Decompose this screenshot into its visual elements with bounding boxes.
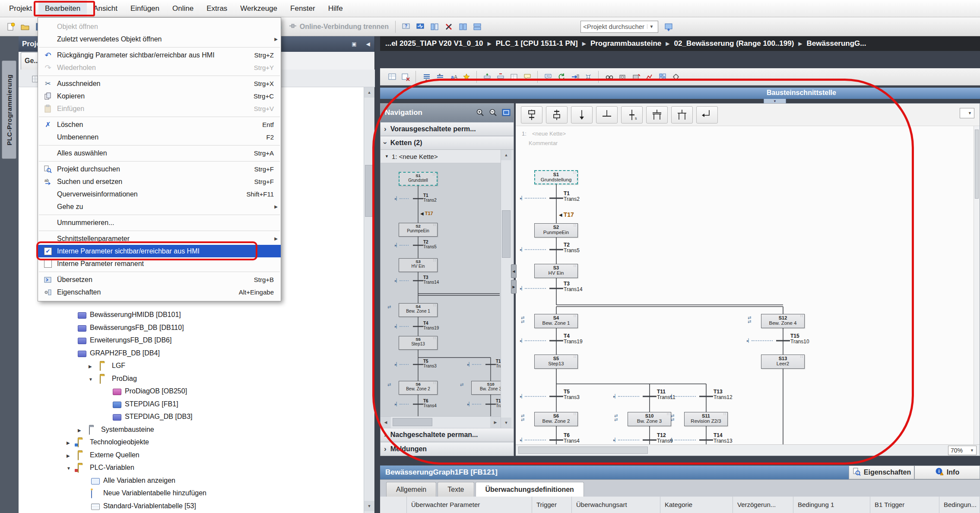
menu-item-wiederholen[interactable]: ↷WiederholenStrg+Y — [38, 61, 281, 74]
online-diagnostics-icon[interactable] — [414, 20, 427, 33]
search-dropdown-icon[interactable]: ▼ — [647, 24, 656, 29]
nav-transition-T2[interactable]: T2Trans5 — [423, 240, 437, 249]
menu-hilfe[interactable]: Hilfe — [322, 0, 349, 17]
collapse-panel-icon[interactable]: ◀ — [362, 39, 374, 49]
graph-transition-T2[interactable]: T2Trans5 — [564, 242, 580, 253]
section-chains[interactable]: › Ketten (2) — [381, 136, 514, 150]
monitor-on-off-icon[interactable] — [603, 71, 615, 82]
column-header-bedingung-1[interactable]: Bedingung 1 — [793, 497, 870, 513]
nav-transition-T4[interactable]: T4Trans19 — [423, 321, 439, 330]
menu-item-suchen-und-ersetzen[interactable]: abSuchen und ersetzenStrg+F — [38, 175, 281, 188]
graph-transition-T14[interactable]: T14Trans13 — [714, 433, 733, 444]
chart-vscroll-thumb[interactable] — [975, 130, 979, 199]
menu-item-interne-parameter-sichtbar-erreichbar-aus-hmi[interactable]: ✔Interne Parameter sichtbar/erreichbar a… — [38, 245, 281, 257]
delete-row-icon[interactable] — [495, 71, 506, 82]
go-to-network-icon[interactable] — [569, 71, 580, 82]
tree-scroll-thumb[interactable] — [365, 165, 374, 217]
nav-jump-T17[interactable]: ◀T17 — [420, 211, 433, 216]
graph-transition-T4[interactable]: T4Trans19 — [564, 333, 583, 345]
nav-transition-T11[interactable]: T11Tran — [496, 359, 501, 368]
graph-step-S2[interactable]: S2PunmpeEin∷ — [534, 223, 578, 238]
graph-overview-icon[interactable] — [657, 71, 668, 82]
column-header-bedingung-2[interactable]: Bedingun... — [939, 497, 980, 513]
device-view-icon[interactable] — [428, 20, 441, 33]
collapsed-arrow-icon[interactable]: ▶ — [78, 428, 81, 433]
breadcrumb-plc-1-cpu-1511-1-pn[interactable]: PLC_1 [CPU 1511-1 PN] — [496, 39, 578, 48]
menu-ansicht[interactable]: Ansicht — [87, 0, 124, 17]
checkbox-unchecked[interactable] — [44, 260, 52, 268]
menu-item-objekt-öffnen[interactable]: Objekt öffnen — [38, 20, 281, 33]
scroll-up-icon[interactable]: ▲ — [501, 150, 511, 160]
menu-item-zuletzt-verwendetes-objekt-öffnen[interactable]: Zuletzt verwendetes Objekt öffnen▶ — [38, 33, 281, 45]
navigation-horizontal-scrollbar[interactable]: ◀ ▶ — [381, 416, 501, 428]
menu-item-umnummerieren[interactable]: Umnummerieren... — [38, 216, 281, 229]
nav-transition-T12[interactable]: T12Tran — [496, 399, 501, 408]
graph-step-S12[interactable]: S12Bew. Zone 4∷ — [761, 314, 805, 328]
tree-item-prodiag[interactable]: ▼ProDiag — [19, 373, 364, 386]
nav-step-S6[interactable]: S6Bew. Zone 2∷ — [399, 381, 438, 395]
show-symbol-table-icon[interactable] — [508, 71, 520, 82]
breadcrumb-el-2025-tiap-v20-v1-0-10[interactable]: ...el 2025_TIAP V20 V1_0_10 — [385, 39, 483, 48]
tree-item-neue-variablentabelle-hinzufügen[interactable]: Neue Variablentabelle hinzufügen — [19, 488, 364, 500]
nav-transition-T5[interactable]: T5Trans3 — [423, 359, 437, 368]
menu-bearbeiten[interactable]: Bearbeiten — [38, 0, 87, 17]
menu-einfügen[interactable]: Einfügen — [124, 0, 166, 17]
nav-transition-T1[interactable]: T1Trans2 — [423, 193, 437, 203]
tree-item-stepdiag-db-db3[interactable]: STEPDIAG_DB [DB3] — [19, 411, 364, 424]
new-project-icon[interactable] — [4, 20, 17, 33]
tree-item-bewässerungsfb-db-db110[interactable]: BewässerungsFB_DB [DB110] — [19, 322, 364, 335]
tree-item-plc-variablen[interactable]: ▼PLC-Variablen — [19, 462, 364, 475]
chart-vertical-scrollbar[interactable] — [974, 126, 980, 445]
graph-step-S3[interactable]: S3HV Ein∷ — [534, 264, 578, 278]
menu-item-löschen[interactable]: ✗LöschenEntf — [38, 118, 281, 131]
menu-item-kopieren[interactable]: KopierenStrg+C — [38, 90, 281, 102]
collapsed-arrow-icon[interactable]: ▶ — [67, 440, 70, 445]
expanded-arrow-icon[interactable]: ▼ — [89, 377, 93, 382]
free-form-comments-icon[interactable] — [542, 71, 554, 82]
graph-transition-T5[interactable]: T5Trans3 — [564, 389, 580, 400]
tree-item-alle-variablen-anzeigen[interactable]: Alle Variablen anzeigen — [19, 475, 364, 488]
menu-item-ausschneiden[interactable]: ✂AusschneidenStrg+X — [38, 77, 281, 90]
menu-werkzeuge[interactable]: Werkzeuge — [234, 0, 284, 17]
accessible-devices-icon[interactable]: ? — [400, 20, 412, 33]
column-header-ueberwachungsart[interactable]: Überwachungsart — [572, 497, 660, 513]
nav-step-S5[interactable]: S5Step13∷ — [399, 336, 438, 350]
menu-item-einfügen[interactable]: EinfügenStrg+V — [38, 102, 281, 115]
tab-allgemein[interactable]: Allgemein — [386, 482, 436, 497]
nav-step-S1[interactable]: S1Grundstell∷ — [399, 172, 438, 186]
menu-item-übersetzen[interactable]: ÜbersetzenStrg+B — [38, 273, 281, 286]
online-disconnect-button[interactable]: Online-Verbindung trennen — [285, 20, 391, 34]
menu-item-umbenennen[interactable]: UmbenennenF2 — [38, 131, 281, 143]
column-header-b1-trigger[interactable]: B1 Trigger — [870, 497, 939, 513]
insert-row-icon[interactable] — [481, 71, 493, 82]
column-header-verzoegerung[interactable]: Verzögerun... — [733, 497, 793, 513]
block-interface-bar[interactable]: Bausteinschnittstelle — [380, 88, 980, 99]
column-header-ueberwachter-parameter[interactable]: Überwachter Parameter — [407, 497, 532, 513]
limits-check-icon[interactable] — [643, 71, 655, 82]
add-graph-element-icon[interactable] — [400, 71, 411, 82]
splitter-expand-icon[interactable]: ▶ — [511, 280, 517, 294]
tree-item-stepdiag-fb1[interactable]: STEPDIAG [FB1] — [19, 399, 364, 411]
nav-step-S10[interactable]: S10Bw. Zone 3∷ — [471, 381, 501, 395]
open-project-icon[interactable] — [19, 20, 32, 33]
split-editor-vertical-icon[interactable] — [457, 20, 469, 33]
tree-item-externe-quellen[interactable]: ▶Externe Quellen — [19, 450, 364, 462]
menu-extras[interactable]: Extras — [200, 0, 234, 17]
open-all-networks-icon[interactable] — [420, 71, 432, 82]
zoom-in-icon[interactable] — [475, 107, 486, 118]
tab-info[interactable]: i Info — [914, 466, 980, 479]
retain-values-icon[interactable] — [630, 71, 641, 82]
absolute-relative-operands-icon[interactable]: aA — [447, 71, 459, 82]
graph-step-S10[interactable]: S10Bw. Zone 3∷ — [628, 412, 671, 426]
tree-item-graph2fb-db-db4[interactable]: GRAPH2FB_DB [DB4] — [19, 348, 364, 360]
graph-transition-T3[interactable]: T3Trans14 — [564, 281, 583, 292]
nav-hscroll-thumb[interactable] — [393, 418, 432, 426]
nav-scroll-thumb[interactable] — [502, 210, 511, 258]
close-all-networks-icon[interactable] — [434, 71, 445, 82]
section-pre-permanent[interactable]: › Vorausgeschaltete perm... — [381, 122, 514, 136]
navigation-thumbnail[interactable]: S1Grundstell∷S2PunmpeEin∷S3HV Ein∷S4Bew.… — [381, 163, 501, 416]
graph-transition-T6[interactable]: T6Trans4 — [564, 433, 580, 444]
checkbox-checked[interactable]: ✔ — [44, 247, 52, 255]
zoom-select[interactable]: 70% ▼ — [948, 446, 977, 455]
section-post-permanent[interactable]: › Nachgeschaltete perman... — [381, 428, 514, 442]
